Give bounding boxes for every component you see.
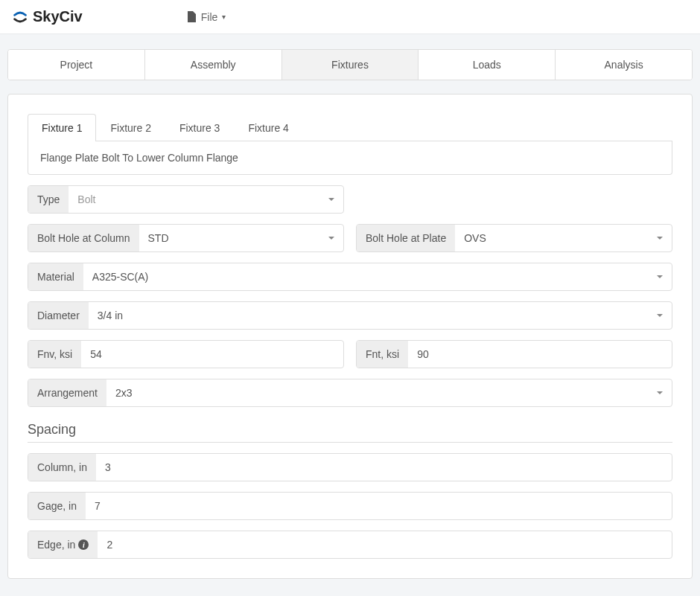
tab-fixture-2[interactable]: Fixture 2 [96,114,165,141]
arrangement-label: Arrangement [28,379,106,406]
fixture-description: Flange Plate Bolt To Lower Column Flange [28,141,672,175]
spacing-column-input[interactable] [105,454,663,481]
file-menu-label: File [201,11,218,23]
fnv-input[interactable] [90,341,334,368]
tab-fixture-1[interactable]: Fixture 1 [28,114,96,141]
spacing-edge-input-wrap [98,531,672,558]
spacing-gage-input-wrap [86,493,672,519]
type-value: Bolt [77,193,95,205]
main-content: Project Assembly Fixtures Loads Analysis… [0,34,700,594]
topbar: SkyCiv File ▾ [0,0,700,34]
tab-analysis[interactable]: Analysis [556,50,692,80]
bolt-hole-column-select[interactable]: STD [139,225,343,251]
tab-fixture-3[interactable]: Fixture 3 [165,114,234,141]
brand-icon [12,9,28,25]
spacing-edge-label: Edge, in i [28,531,98,558]
chevron-down-icon [657,275,663,278]
diameter-field: Diameter 3/4 in [28,301,672,330]
tab-project[interactable]: Project [8,50,145,80]
spacing-column-field: Column, in [28,453,672,481]
file-icon [187,11,197,22]
arrangement-field: Arrangement 2x3 [28,379,672,407]
spacing-gage-label: Gage, in [28,493,86,519]
fnt-input-wrap [408,341,672,368]
spacing-column-label: Column, in [28,454,96,481]
fnv-input-wrap [81,341,343,368]
tab-assembly[interactable]: Assembly [145,50,282,80]
fnt-field: Fnt, ksi [356,340,672,368]
spacing-gage-input[interactable] [95,493,663,519]
brand-logo: SkyCiv [12,8,83,25]
spacing-gage-field: Gage, in [28,492,672,520]
material-field: Material A325-SC(A) [28,263,672,291]
material-select[interactable]: A325-SC(A) [83,263,672,290]
spacing-edge-field: Edge, in i [28,531,672,559]
chevron-down-icon: ▾ [222,13,226,21]
arrangement-select[interactable]: 2x3 [106,379,672,406]
main-tabs: Project Assembly Fixtures Loads Analysis [7,49,693,80]
bolt-hole-column-label: Bolt Hole at Column [28,225,139,251]
file-menu[interactable]: File ▾ [187,11,226,23]
diameter-value: 3/4 in [98,310,123,321]
fnv-field: Fnv, ksi [28,340,344,368]
info-icon[interactable]: i [78,539,89,550]
chevron-down-icon [328,198,334,201]
diameter-select[interactable]: 3/4 in [89,302,672,329]
fixture-card: Fixture 1 Fixture 2 Fixture 3 Fixture 4 … [7,94,693,579]
arrangement-value: 2x3 [115,387,133,399]
chevron-down-icon [657,391,663,394]
bolt-hole-plate-label: Bolt Hole at Plate [357,225,455,251]
spacing-edge-input[interactable] [106,531,663,558]
tab-fixtures[interactable]: Fixtures [282,50,419,80]
brand-text: SkyCiv [33,8,83,25]
bolt-hole-column-field: Bolt Hole at Column STD [28,224,344,252]
spacing-heading: Spacing [28,422,672,443]
type-select[interactable]: Bolt [69,186,343,213]
tab-fixture-4[interactable]: Fixture 4 [234,114,302,141]
material-value: A325-SC(A) [92,271,148,283]
diameter-label: Diameter [28,302,89,329]
chevron-down-icon [328,237,334,240]
type-field: Type Bolt [28,185,344,214]
material-label: Material [28,263,83,290]
fnt-label: Fnt, ksi [357,341,408,368]
chevron-down-icon [657,314,663,317]
bolt-hole-plate-select[interactable]: OVS [455,225,672,251]
fnt-input[interactable] [417,341,663,368]
chevron-down-icon [657,237,663,240]
spacing-column-input-wrap [96,454,672,481]
fixture-tabs: Fixture 1 Fixture 2 Fixture 3 Fixture 4 [28,114,672,141]
tab-loads[interactable]: Loads [419,50,556,80]
bolt-hole-plate-field: Bolt Hole at Plate OVS [356,224,672,252]
bolt-hole-column-value: STD [148,232,169,244]
type-label: Type [28,186,69,213]
fnv-label: Fnv, ksi [28,341,81,368]
bolt-hole-plate-value: OVS [464,232,486,244]
